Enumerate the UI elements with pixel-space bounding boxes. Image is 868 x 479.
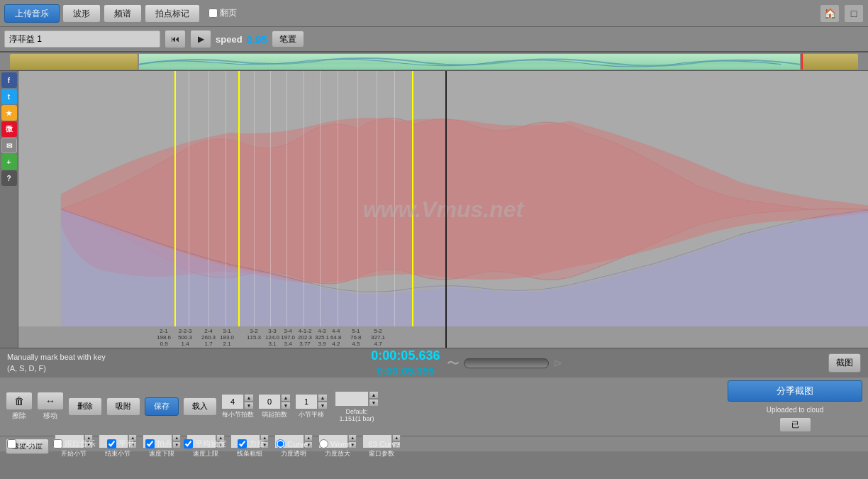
speed-lower-down[interactable]: ▼ (172, 441, 181, 448)
social-sidebar: f t ★ 微 ✉ + ? (0, 71, 18, 348)
music-checkbox-item[interactable]: 跟踪音乐 (53, 439, 96, 449)
beat-label-2: 2-2-3 (179, 328, 192, 334)
prev-button[interactable]: ⏮ (165, 30, 186, 48)
bar-ping-label: 小节平移 (299, 410, 324, 419)
beat-val-12: 327.1 (371, 334, 385, 341)
force-trans-label: 力度透明 (281, 449, 306, 458)
beat-checkbox[interactable] (145, 439, 155, 448)
song-name-input[interactable] (4, 31, 160, 48)
beat-val-6b: 3.1 (268, 341, 276, 347)
overview-main-segment[interactable] (139, 54, 800, 70)
weak-beat-down[interactable]: ▼ (281, 402, 291, 409)
beat-label-1: 2-1 (160, 328, 168, 334)
window-param-label: Default:1.151(1 bar) (339, 408, 374, 422)
beat-checkbox-item[interactable]: 拍点 (145, 439, 172, 449)
beat-per-bar-control: ▲ ▼ (221, 394, 254, 409)
speed-lower-label: 速度下限 (149, 449, 174, 458)
curve-radio-item[interactable]: Curve (276, 439, 308, 448)
frequency-button[interactable]: 频谱 (104, 4, 142, 23)
waveform-mini-slider[interactable] (464, 358, 549, 368)
beat-per-bar-input[interactable] (221, 394, 244, 409)
bottom-controls: 🗑 擦除 ↔ 移动 删除 吸附 保存 载入 ▲ ▼ 每小节拍数 (0, 378, 868, 436)
beat-val-10: 64.8 (330, 334, 342, 341)
avg-speed-checkbox-item[interactable]: 平均速度 (184, 439, 226, 449)
beat-per-bar-label: 每小节拍数 (222, 410, 254, 419)
beat-per-bar-up[interactable]: ▲ (244, 394, 254, 402)
waveform-button[interactable]: 波形 (62, 4, 101, 23)
beat-val-2: 500.3 (178, 334, 192, 341)
worm-radio[interactable] (319, 439, 328, 448)
beat-val-11b: 4.5 (352, 341, 360, 347)
waveform-mini-end: ⊳ (553, 356, 562, 370)
save-button[interactable]: 保存 (145, 397, 179, 416)
beat-marker-button[interactable]: 拍点标记 (145, 4, 200, 23)
window-param-up[interactable]: ▲ (369, 391, 379, 399)
bottom-row1: 🗑 擦除 ↔ 移动 删除 吸附 保存 载入 ▲ ▼ 每小节拍数 (6, 380, 862, 432)
bottom-row2: 速度-力度 ▲ ▼ 开始小节 ▲ ▼ 结束小节 (6, 434, 862, 458)
beat-line-white-12 (394, 71, 395, 326)
beat-per-bar-arrows: ▲ ▼ (244, 394, 254, 409)
window-param-input[interactable] (335, 391, 369, 407)
bar-ping-input[interactable] (295, 394, 318, 409)
move-icon[interactable]: ↔ (37, 392, 64, 410)
beat-line-white-3 (226, 71, 226, 326)
smooth-label: 平滑 (118, 439, 134, 449)
noisy-checkbox[interactable] (7, 439, 16, 448)
beat-label: 拍点 (157, 439, 172, 449)
worm-radio-item[interactable]: Worm (319, 439, 351, 448)
window-icon-button[interactable]: □ (844, 4, 864, 23)
beat-label-9: 4-3 (318, 328, 326, 334)
force-checkbox[interactable] (238, 439, 247, 448)
weibo-button[interactable]: 微 (1, 121, 17, 137)
waveform-container[interactable]: www.Vmus.net 2-1 198.6 0.9 2-2-3 500.3 1… (18, 71, 868, 348)
favorite-button[interactable]: ★ (1, 105, 17, 121)
move-group: ↔ 移动 (37, 392, 64, 421)
window-param-control: ▲ ▼ (335, 391, 379, 407)
add-button[interactable]: + (1, 154, 17, 170)
flip-checkbox[interactable] (208, 9, 218, 18)
avg-speed-checkbox[interactable] (184, 439, 193, 448)
bar-ping-down[interactable]: ▼ (318, 402, 328, 409)
email-button[interactable]: ✉ (1, 138, 17, 153)
weak-beat-up[interactable]: ▲ (281, 394, 291, 402)
music-checkbox[interactable] (53, 439, 62, 448)
set-button[interactable]: 笔置 (272, 31, 304, 48)
facebook-button[interactable]: f (1, 72, 17, 88)
beat-per-bar-group: ▲ ▼ 每小节拍数 (221, 394, 254, 419)
top-toolbar: 上传音乐 波形 频谱 拍点标记 翻页 🏠 □ (0, 0, 868, 27)
window-param-down[interactable]: ▼ (369, 399, 379, 407)
twitter-button[interactable]: t (1, 89, 17, 104)
speed-lower-up[interactable]: ▲ (172, 434, 181, 441)
capture-button[interactable]: 截图 (828, 353, 861, 373)
smooth-checkbox-item[interactable]: 平滑 (107, 439, 134, 449)
upload-music-button[interactable]: 上传音乐 (4, 4, 60, 23)
delete-button[interactable]: 删除 (68, 397, 102, 416)
weak-beat-group: ▲ ▼ 弱起拍数 (258, 394, 291, 419)
weak-beat-input[interactable] (258, 394, 281, 409)
erase-icon[interactable]: 🗑 (6, 392, 33, 410)
help-button[interactable]: ? (1, 170, 17, 186)
beat-per-bar-down[interactable]: ▼ (244, 402, 254, 409)
playhead-line (445, 71, 447, 348)
beat-val-3: 260.3 (201, 334, 216, 341)
noisy-checkbox-item[interactable]: 无噪喑 (7, 439, 42, 449)
beat-val-8: 202.3 (298, 334, 312, 341)
time-secondary: 0:00:05.355 (371, 364, 440, 378)
beat-val-3b: 1.7 (204, 341, 212, 347)
play-button[interactable]: ▶ (190, 30, 211, 48)
home-icon-button[interactable]: 🏠 (820, 4, 840, 23)
curve-radio[interactable] (276, 439, 285, 448)
start-bar-label: 开始小节 (61, 449, 87, 458)
smooth-checkbox[interactable] (107, 439, 116, 448)
upload-action-button[interactable]: 已 (779, 417, 811, 432)
absorb-button[interactable]: 吸附 (106, 397, 140, 416)
time-display: 0:00:05.636 0:00:05.355 (371, 348, 440, 378)
fenjie-button[interactable]: 分季截图 (728, 380, 862, 402)
force-checkbox-item[interactable]: 力度 (238, 439, 265, 449)
bar-ping-up[interactable]: ▲ (318, 394, 328, 402)
speed-value: 0.95 (247, 33, 267, 45)
import-button[interactable]: 载入 (183, 397, 217, 416)
status-bar: Manually mark beat with key (A, S, D, F)… (0, 348, 868, 378)
weak-beat-label: 弱起拍数 (262, 410, 287, 419)
main-area: f t ★ 微 ✉ + ? (0, 71, 868, 348)
